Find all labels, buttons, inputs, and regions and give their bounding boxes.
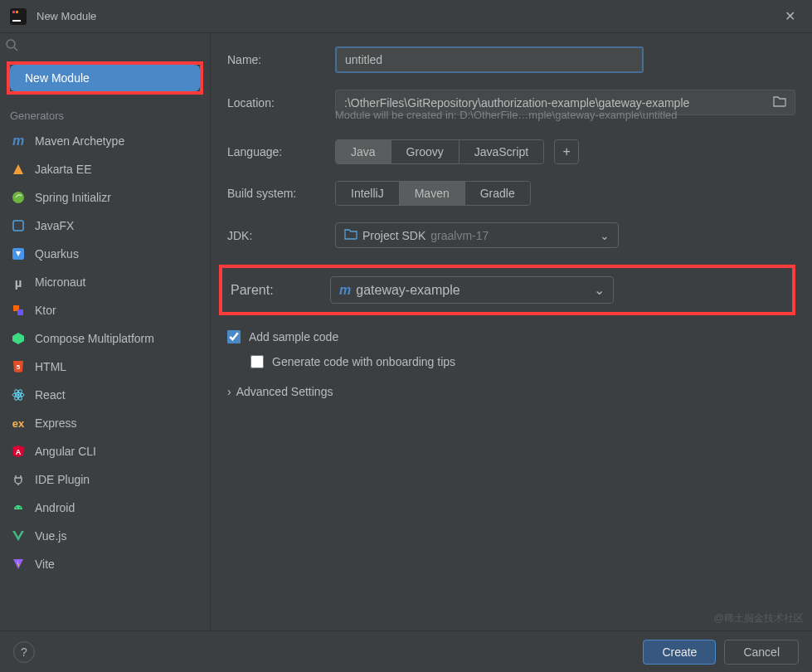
footer: ? Create Cancel — [0, 631, 812, 672]
svg-rect-1 — [12, 11, 15, 13]
svg-point-4 — [7, 40, 15, 48]
vite-icon — [10, 556, 27, 572]
svg-text:A: A — [16, 448, 22, 456]
sidebar-item-spring-initializr[interactable]: Spring Initializr — [0, 183, 210, 212]
sidebar-item-jakarta-ee[interactable]: Jakarta EE — [0, 155, 210, 183]
sidebar-item-label: Express — [35, 416, 77, 430]
chevron-down-icon: ⌄ — [594, 282, 605, 298]
language-option-java[interactable]: Java — [336, 140, 391, 163]
advanced-settings-toggle[interactable]: › Advanced Settings — [227, 385, 795, 398]
title-bar: New Module ✕ — [0, 0, 812, 33]
react-icon — [10, 387, 27, 403]
sidebar-item-label: Angular CLI — [35, 445, 96, 458]
sidebar-item-label: Quarkus — [35, 247, 79, 261]
sidebar-item-micronaut[interactable]: µMicronaut — [0, 268, 210, 296]
search-row — [0, 33, 210, 58]
generate-tips-row[interactable]: Generate code with onboarding tips — [250, 355, 795, 368]
sidebar-item-ktor[interactable]: Ktor — [0, 296, 210, 324]
build-label: Build system: — [227, 187, 335, 200]
sidebar-item-label: HTML — [35, 360, 66, 373]
jdk-prefix: Project SDK — [362, 229, 425, 242]
sidebar-item-android[interactable]: Android — [0, 494, 210, 522]
sidebar-item-label: Spring Initializr — [35, 191, 111, 204]
chevron-right-icon: › — [227, 385, 231, 398]
javafx-icon — [10, 217, 27, 234]
sidebar-item-label: React — [35, 388, 66, 402]
sidebar-item-quarkus[interactable]: Quarkus — [0, 240, 210, 268]
location-value: :\OtherFiles\GitRepository\authorization… — [344, 96, 689, 110]
sidebar-item-angular-cli[interactable]: AAngular CLI — [0, 437, 210, 465]
maven-m-icon: m — [10, 133, 27, 149]
svg-rect-3 — [12, 20, 21, 22]
generate-tips-label: Generate code with onboarding tips — [272, 355, 455, 368]
watermark: @稀土掘金技术社区 — [714, 611, 804, 626]
generators-header: Generators — [0, 101, 210, 127]
build-option-intellij[interactable]: IntelliJ — [336, 182, 400, 205]
language-option-javascript[interactable]: JavaScript — [459, 140, 543, 163]
parent-label: Parent: — [222, 283, 330, 298]
close-icon[interactable]: ✕ — [778, 5, 802, 27]
build-option-gradle[interactable]: Gradle — [465, 182, 530, 205]
svg-point-6 — [12, 192, 24, 203]
svg-point-20 — [19, 507, 21, 509]
sidebar-item-label: Vue.js — [35, 529, 66, 543]
sidebar-item-vite[interactable]: Vite — [0, 550, 210, 578]
sidebar-item-javafx[interactable]: JavaFX — [0, 212, 210, 240]
svg-text:5: 5 — [17, 363, 21, 371]
sidebar-item-html[interactable]: 5HTML — [0, 353, 210, 381]
svg-rect-2 — [16, 11, 18, 13]
svg-rect-7 — [13, 221, 23, 231]
sidebar-item-label: Micronaut — [35, 275, 85, 289]
svg-point-19 — [16, 507, 17, 509]
jdk-value: graalvm-17 — [430, 229, 489, 242]
sidebar-item-label: Jakarta EE — [35, 163, 91, 176]
parent-value: gateway-example — [356, 283, 459, 298]
sidebar-item-maven-archetype[interactable]: mMaven Archetype — [0, 127, 210, 155]
build-option-maven[interactable]: Maven — [400, 182, 465, 205]
ktor-icon — [10, 302, 27, 319]
sidebar-item-ide-plugin[interactable]: IDE Plugin — [0, 465, 210, 494]
language-option-groovy[interactable]: Groovy — [391, 140, 459, 163]
help-button[interactable]: ? — [13, 641, 35, 663]
chevron-down-icon: ⌄ — [600, 229, 610, 242]
sidebar-item-label: Android — [35, 501, 75, 514]
search-icon[interactable] — [5, 40, 18, 54]
add-language-button[interactable]: + — [554, 139, 579, 164]
sidebar-item-vuejs[interactable]: Vue.js — [0, 522, 210, 550]
folder-icon[interactable] — [773, 95, 786, 110]
svg-line-5 — [14, 47, 17, 51]
plugin-icon — [10, 471, 27, 488]
create-button[interactable]: Create — [643, 640, 716, 665]
sidebar-item-label: Compose Multiplatform — [35, 332, 154, 345]
name-input[interactable] — [335, 46, 644, 73]
angular-icon: A — [10, 443, 27, 460]
name-label: Name: — [227, 53, 335, 66]
cancel-button[interactable]: Cancel — [724, 640, 799, 665]
spring-icon — [10, 189, 27, 206]
location-label: Location: — [227, 96, 335, 110]
svg-point-14 — [17, 394, 20, 397]
sidebar-item-label: Vite — [35, 558, 55, 571]
sidebar-item-compose-multiplatform[interactable]: Compose Multiplatform — [0, 324, 210, 353]
app-icon — [10, 8, 27, 25]
add-sample-label: Add sample code — [249, 330, 338, 343]
main-panel: Name: Location: :\OtherFiles\GitReposito… — [211, 33, 812, 631]
svg-marker-12 — [12, 333, 24, 344]
jdk-dropdown[interactable]: Project SDK graalvm-17 ⌄ — [335, 222, 619, 248]
add-sample-checkbox[interactable] — [227, 330, 241, 343]
parent-dropdown[interactable]: m gateway-example ⌄ — [330, 276, 614, 304]
generate-tips-checkbox[interactable] — [250, 355, 264, 368]
add-sample-row[interactable]: Add sample code — [227, 330, 795, 343]
jdk-label: JDK: — [227, 229, 335, 242]
compose-icon — [10, 330, 27, 347]
jakarta-icon — [10, 161, 27, 178]
sidebar-item-express[interactable]: exExpress — [0, 409, 210, 437]
sidebar-item-label: IDE Plugin — [35, 473, 90, 486]
sidebar-item-label: JavaFX — [35, 219, 74, 232]
nav-new-module[interactable]: New Module — [10, 65, 200, 91]
sidebar-item-react[interactable]: React — [0, 381, 210, 409]
advanced-label: Advanced Settings — [236, 385, 333, 398]
svg-rect-11 — [17, 309, 23, 315]
android-icon — [10, 499, 27, 516]
quarkus-icon — [10, 246, 27, 262]
